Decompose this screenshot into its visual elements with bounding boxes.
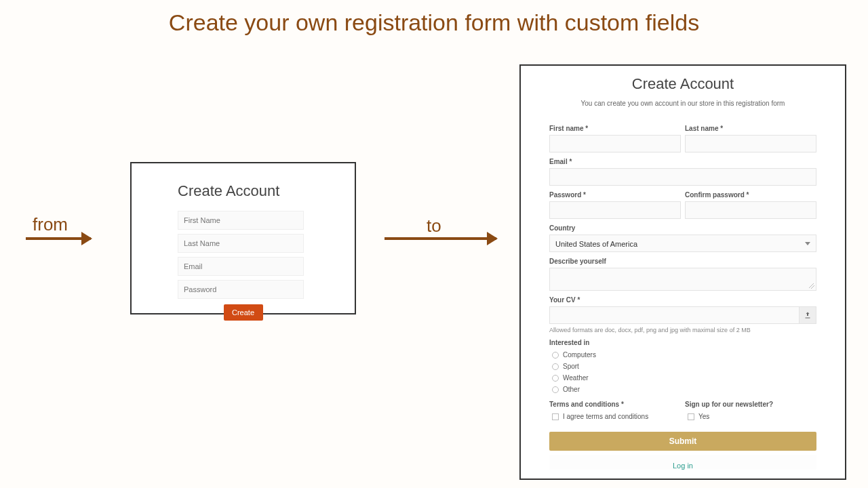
chevron-down-icon (805, 242, 810, 245)
terms-label: Terms and conditions * (549, 401, 681, 408)
submit-button[interactable]: Submit (549, 432, 816, 451)
radio-icon (552, 363, 559, 370)
checkbox-icon (688, 413, 694, 420)
newsletter-text: Yes (698, 413, 709, 420)
password-label: Password * (549, 191, 681, 199)
upload-icon (804, 311, 812, 319)
interest-label: Computers (563, 351, 596, 359)
simple-form-card: Create Account Create (130, 162, 356, 314)
last-name-field[interactable] (685, 135, 816, 152)
radio-icon (552, 386, 559, 393)
cv-file-field[interactable] (549, 306, 799, 324)
interested-label: Interested in (549, 339, 816, 346)
password-field[interactable] (549, 201, 681, 219)
checkbox-icon (552, 413, 559, 420)
confirm-password-label: Confirm password * (685, 191, 816, 199)
first-name-input[interactable] (178, 211, 304, 230)
page-title: Create your own registration form with c… (0, 0, 868, 36)
radio-icon (552, 375, 559, 382)
custom-form-card: Create Account You can create you own ac… (519, 64, 846, 480)
interest-label: Weather (563, 374, 589, 382)
terms-text: I agree terms and conditions (563, 413, 648, 420)
interest-label: Other (563, 386, 580, 393)
arrow-from-icon (26, 237, 91, 240)
login-link[interactable]: Log in (549, 455, 816, 470)
last-name-input[interactable] (178, 234, 304, 253)
cv-hint: Allowed formats are doc, docx, pdf, png … (549, 327, 816, 333)
interest-option[interactable]: Computers (549, 349, 816, 361)
cv-label: Your CV * (549, 296, 816, 304)
last-name-label: Last name * (685, 125, 816, 132)
annotation-from: from (33, 214, 68, 235)
password-input[interactable] (178, 280, 304, 299)
upload-button[interactable] (799, 306, 816, 324)
interest-option[interactable]: Weather (549, 372, 816, 384)
describe-label: Describe yourself (549, 258, 816, 265)
country-label: Country (549, 224, 816, 232)
create-button[interactable]: Create (224, 304, 263, 321)
custom-form-subtitle: You can create you own account in our st… (549, 100, 816, 107)
newsletter-checkbox[interactable]: Yes (685, 411, 816, 422)
confirm-password-field[interactable] (685, 201, 816, 219)
simple-form-heading: Create Account (178, 182, 309, 200)
describe-textarea[interactable] (549, 268, 816, 291)
email-label: Email * (549, 158, 816, 165)
terms-checkbox[interactable]: I agree terms and conditions (549, 411, 681, 422)
first-name-field[interactable] (549, 135, 681, 152)
country-select[interactable]: United States of America (549, 235, 816, 252)
country-value: United States of America (555, 240, 637, 248)
first-name-label: First name * (549, 125, 681, 132)
radio-icon (552, 352, 559, 359)
arrow-to-icon (384, 237, 496, 240)
newsletter-label: Sign up for our newsletter? (685, 401, 816, 408)
annotation-to: to (427, 216, 441, 237)
email-input[interactable] (178, 257, 304, 276)
email-field[interactable] (549, 168, 816, 186)
interest-option[interactable]: Sport (549, 361, 816, 372)
interest-label: Sport (563, 363, 579, 370)
interest-option[interactable]: Other (549, 384, 816, 395)
interests-group: Computers Sport Weather Other (549, 349, 816, 395)
custom-form-heading: Create Account (549, 75, 816, 93)
